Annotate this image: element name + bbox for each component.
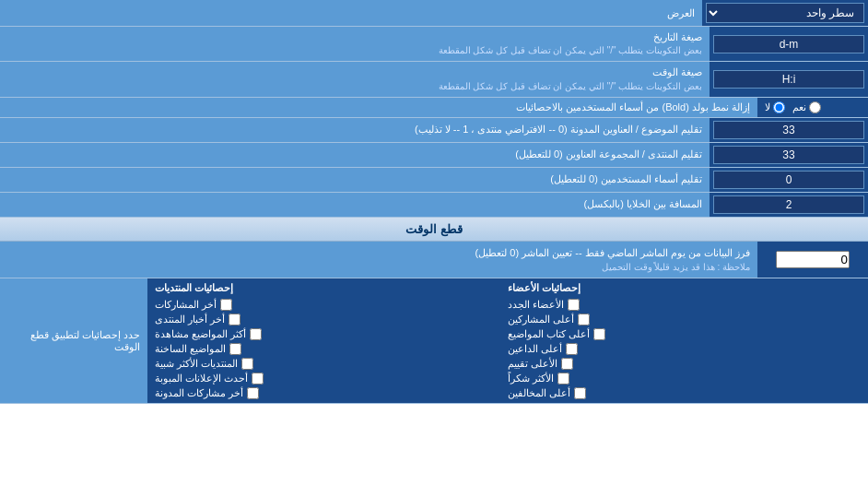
forum-stats-header: إحصائيات المنتديات [155, 282, 508, 294]
check-item-3: أكثر المواضيع مشاهدة [155, 328, 508, 340]
bold-remove-input-cell: نعم لا [757, 98, 868, 117]
check-item-4: المواضيع الساخنة [155, 343, 508, 355]
bold-remove-label: إزالة نمط بولد (Bold) من أسماء المستخدمي… [0, 98, 757, 117]
check-forum-6[interactable] [252, 373, 264, 385]
check-member-4: أعلى الداعين [508, 343, 861, 355]
forum-limit-label: تقليم المنتدى / المجموعة العناوين (0 للت… [0, 143, 710, 167]
topics-limit-row: تقليم الموضوع / العناوين المدونة (0 -- ا… [0, 118, 868, 143]
bold-yes-label[interactable]: نعم [792, 101, 821, 113]
time-format-input[interactable] [713, 70, 864, 89]
time-cut-header: قطع الوقت [0, 218, 868, 242]
check-item-5: المنتديات الأكثر شبية [155, 358, 508, 370]
checkboxes-row: حدد إحصائيات لتطبيق قطع الوقت إحصائيات ا… [0, 278, 868, 404]
check-forum-3[interactable] [250, 328, 262, 340]
check-forum-5[interactable] [241, 358, 253, 370]
forum-limit-input[interactable] [713, 146, 864, 164]
date-format-row: صيغة التاريخ بعض التكوينات يتطلب "/" الت… [0, 27, 868, 62]
topics-limit-label: تقليم الموضوع / العناوين المدونة (0 -- ا… [0, 118, 710, 142]
page-wrapper: العرض سطر واحد سطران ثلاثة أسطر صيغة الت… [0, 0, 868, 497]
top-input-cell: سطر واحد سطران ثلاثة أسطر [702, 0, 868, 26]
cell-spacing-row: المسافة بين الخلايا (بالبكسل) [0, 193, 868, 218]
check-item-6: أحدث الإعلانات المبوبة [155, 373, 508, 385]
check-mem-2[interactable] [578, 314, 590, 325]
check-forum-1[interactable] [220, 299, 232, 311]
forum-stats-col: إحصائيات المنتديات أخر المشاركات أخر أخب… [155, 282, 508, 399]
page-title: العرض [667, 7, 695, 19]
time-format-label: صيغة الوقت بعض التكوينات يتطلب "/" التي … [0, 62, 710, 96]
cell-spacing-input[interactable] [713, 195, 864, 214]
date-format-input-cell [710, 27, 868, 61]
check-member-6: الأكثر شكراً [508, 373, 861, 385]
topics-limit-input-cell [710, 118, 868, 142]
users-limit-input-cell [710, 168, 868, 192]
member-stats-header: إحصائيات الأعضاء [508, 282, 861, 294]
check-grid: إحصائيات المنتديات أخر المشاركات أخر أخب… [147, 278, 868, 403]
bold-no-label[interactable]: لا [765, 101, 785, 113]
users-limit-label: تقليم أسماء المستخدمين (0 للتعطيل) [0, 168, 710, 192]
check-mem-7[interactable] [574, 387, 586, 399]
check-item-1: أخر المشاركات [155, 299, 508, 311]
cell-spacing-input-cell [710, 193, 868, 217]
time-cut-row: فرز البيانات من يوم الماشر الماضي فقط --… [0, 242, 868, 279]
time-cut-input[interactable] [776, 251, 850, 268]
users-limit-row: تقليم أسماء المستخدمين (0 للتعطيل) [0, 168, 868, 193]
top-label: العرض [0, 0, 702, 26]
check-member-1: الأعضاء الجدد [508, 299, 861, 311]
top-section-row: العرض سطر واحد سطران ثلاثة أسطر [0, 0, 868, 27]
time-format-row: صيغة الوقت بعض التكوينات يتطلب "/" التي … [0, 62, 868, 97]
member-stats-col: إحصائيات الأعضاء الأعضاء الجدد أعلى المش… [508, 282, 861, 399]
time-cut-label: فرز البيانات من يوم الماشر الماضي فقط --… [0, 242, 757, 278]
stats-apply-label: حدد إحصائيات لتطبيق قطع الوقت [0, 278, 147, 403]
check-mem-4[interactable] [566, 343, 578, 355]
bold-yes-radio[interactable] [809, 101, 821, 113]
date-format-label: صيغة التاريخ بعض التكوينات يتطلب "/" الت… [0, 27, 710, 61]
forum-limit-row: تقليم المنتدى / المجموعة العناوين (0 للت… [0, 143, 868, 168]
forum-limit-input-cell [710, 143, 868, 167]
check-mem-6[interactable] [557, 373, 569, 385]
check-mem-3[interactable] [593, 328, 605, 340]
topics-limit-input[interactable] [713, 121, 864, 139]
check-item-7: أخر مشاركات المدونة [155, 387, 508, 399]
check-member-7: أعلى المخالفين [508, 387, 861, 399]
time-cut-input-cell [757, 242, 868, 278]
time-format-input-cell [710, 62, 868, 96]
check-mem-5[interactable] [561, 358, 573, 370]
users-limit-input[interactable] [713, 171, 864, 189]
date-format-input[interactable] [713, 35, 864, 53]
cell-spacing-label: المسافة بين الخلايا (بالبكسل) [0, 193, 710, 217]
bold-no-radio[interactable] [773, 101, 785, 113]
check-item-2: أخر أخبار المنتدى [155, 314, 508, 325]
check-member-2: أعلى المشاركين [508, 314, 861, 325]
bold-remove-row: إزالة نمط بولد (Bold) من أسماء المستخدمي… [0, 98, 868, 118]
display-select[interactable]: سطر واحد سطران ثلاثة أسطر [706, 3, 864, 23]
check-forum-2[interactable] [229, 314, 240, 325]
check-mem-1[interactable] [568, 299, 580, 311]
check-forum-4[interactable] [229, 343, 241, 355]
check-member-3: أعلى كتاب المواضيع [508, 328, 861, 340]
check-member-5: الأعلى تقييم [508, 358, 861, 370]
check-forum-7[interactable] [247, 387, 259, 399]
